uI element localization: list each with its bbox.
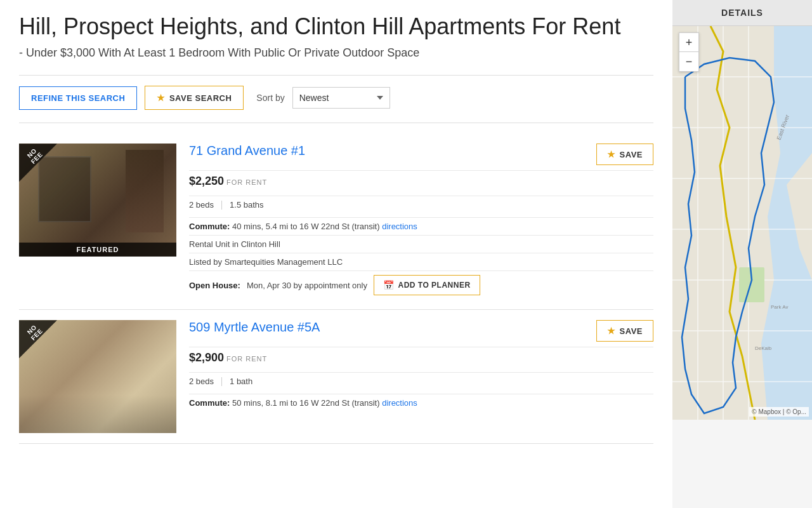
page-subtitle: - Under $3,000 With At Least 1 Bedroom W… xyxy=(19,46,653,60)
listing-price-row-1: $2,250 FOR RENT xyxy=(189,170,653,192)
listing-price-1: $2,250 xyxy=(189,175,224,188)
listing-commute-1: Commute: 40 mins, 5.4 mi to 16 W 22nd St… xyxy=(189,217,653,235)
listing-header-1: 71 Grand Avenue #1 ★ SAVE xyxy=(189,144,653,165)
map-zoom-in-button[interactable]: + xyxy=(679,33,698,52)
calendar-icon-1: 📅 xyxy=(383,280,395,290)
save-listing-button-2[interactable]: ★ SAVE xyxy=(596,320,653,342)
svg-text:Park Av: Park Av xyxy=(771,304,788,310)
commute-detail-1: 40 mins, 5.4 mi to 16 W 22nd St (transit… xyxy=(232,222,380,231)
listing-beds-2: 2 beds xyxy=(189,377,214,386)
svg-text:DeKalb: DeKalb xyxy=(755,345,772,351)
listing-listed-by-1: Listed by Smartequities Management LLC xyxy=(189,253,653,271)
listing-image-wrap-1: NO FEE FEATURED xyxy=(19,144,176,257)
open-house-label-1: Open House: xyxy=(189,281,240,290)
add-to-planner-button-1[interactable]: 📅 ADD TO PLANNER xyxy=(374,275,480,295)
sidebar-details-header: DETAILS xyxy=(672,0,812,26)
listing-price-row-2: $2,900 FOR RENT xyxy=(189,347,653,368)
listings-divider xyxy=(19,123,653,123)
listing-beds-baths-1: 2 beds 1.5 baths xyxy=(189,196,653,213)
listing-details-1: 71 Grand Avenue #1 ★ SAVE $2,250 FOR REN… xyxy=(189,144,653,299)
star-icon: ★ xyxy=(157,93,166,103)
refine-search-button[interactable]: REFINE THIS SEARCH xyxy=(19,86,137,110)
directions-link-1[interactable]: directions xyxy=(382,222,417,231)
page-title: Hill, Prospect Heights, and Clinton Hill… xyxy=(19,13,653,40)
commute-label-1: Commute: xyxy=(189,222,230,231)
commute-label-2: Commute: xyxy=(189,398,230,408)
save-star-icon-2: ★ xyxy=(607,326,616,336)
listing-details-2: 509 Myrtle Avenue #5A ★ SAVE $2,900 FOR … xyxy=(189,320,653,433)
listing-unit-type-1: Rental Unit in Clinton Hill xyxy=(189,235,653,253)
featured-label-1: FEATURED xyxy=(19,243,176,257)
commute-detail-2: 50 mins, 8.1 mi to 16 W 22nd St (transit… xyxy=(232,398,380,408)
listing-card-2: NO FEE 509 Myrtle Avenue #5A ★ SAVE $2,9… xyxy=(19,310,653,444)
map-zoom-out-button[interactable]: − xyxy=(679,52,698,71)
toolbar: REFINE THIS SEARCH ★ SAVE SEARCH Sort by… xyxy=(19,86,653,110)
toolbar-divider xyxy=(19,75,653,76)
listing-address-1[interactable]: 71 Grand Avenue #1 xyxy=(189,144,305,158)
listing-baths-2: 1 bath xyxy=(230,377,252,386)
listing-header-2: 509 Myrtle Avenue #5A ★ SAVE xyxy=(189,320,653,342)
listing-beds-1: 2 beds xyxy=(189,200,214,210)
open-house-detail-1: Mon, Apr 30 by appointment only xyxy=(247,281,367,290)
sidebar: DETAILS xyxy=(672,0,812,508)
sort-select[interactable]: Newest Oldest Price: Low to High Price: … xyxy=(292,87,390,109)
save-star-icon-1: ★ xyxy=(607,149,616,159)
map-svg: East River Park Av DeKalb xyxy=(672,26,812,420)
beds-baths-divider-2 xyxy=(221,377,222,386)
listing-card-1: NO FEE FEATURED 71 Grand Avenue #1 ★ SAV… xyxy=(19,133,653,310)
sort-label: Sort by xyxy=(256,93,284,103)
listing-price-2: $2,900 xyxy=(189,351,224,364)
mapbox-credit: © Mapbox | © Op... xyxy=(749,407,809,417)
listing-address-2[interactable]: 509 Myrtle Avenue #5A xyxy=(189,320,320,335)
listing-price-label-2: FOR RENT xyxy=(226,355,267,363)
save-listing-button-1[interactable]: ★ SAVE xyxy=(596,144,653,165)
beds-baths-divider-1 xyxy=(221,201,222,210)
directions-link-2[interactable]: directions xyxy=(382,398,417,408)
save-search-button[interactable]: ★ SAVE SEARCH xyxy=(145,86,244,110)
listing-commute-2: Commute: 50 mins, 8.1 mi to 16 W 22nd St… xyxy=(189,394,653,411)
listing-image-1 xyxy=(19,144,176,257)
listing-price-label-1: FOR RENT xyxy=(226,178,267,186)
listing-image-2 xyxy=(19,320,176,433)
listing-open-house-1: Open House: Mon, Apr 30 by appointment o… xyxy=(189,271,653,299)
listing-beds-baths-2: 2 beds 1 bath xyxy=(189,372,653,390)
map-container: East River Park Av DeKalb + − © Mapbox |… xyxy=(672,26,812,420)
listing-image-wrap-2: NO FEE xyxy=(19,320,176,433)
listing-baths-1: 1.5 baths xyxy=(230,200,264,210)
map-controls: + − xyxy=(679,32,699,72)
